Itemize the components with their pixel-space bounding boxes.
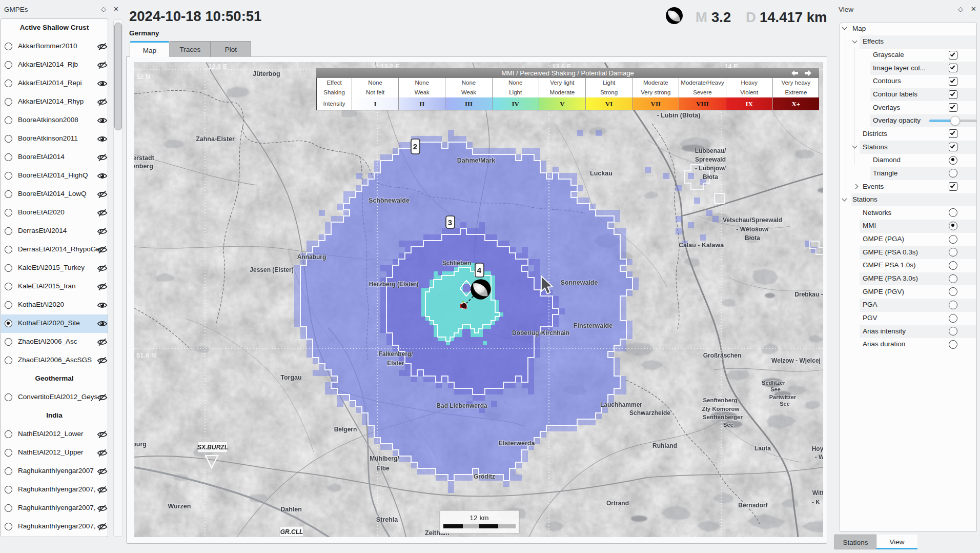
svg-text:Annaburg: Annaburg <box>297 253 326 261</box>
svg-text:burg: burg <box>134 441 147 448</box>
svg-text:Sedlitzer: Sedlitzer <box>762 380 786 386</box>
svg-text:Falkenberg/: Falkenberg/ <box>378 350 413 358</box>
svg-text:GR.CLL: GR.CLL <box>280 528 303 536</box>
svg-text:Elbe: Elbe <box>376 465 390 472</box>
svg-text:enberg: enberg <box>134 163 153 170</box>
svg-text:Schönewalde: Schönewalde <box>369 197 410 204</box>
svg-text:Elsterwerda: Elsterwerda <box>499 440 536 447</box>
svg-text:- K: - K <box>812 499 820 506</box>
svg-text:Zahna-Elster: Zahna-Elster <box>196 135 235 143</box>
svg-text:12.8 E: 12.8 E <box>208 63 228 70</box>
svg-text:Bad Liebenwerda: Bad Liebenwerda <box>436 402 487 409</box>
svg-text:Błota: Błota <box>745 234 760 242</box>
svg-text:Partwitzer: Partwitzer <box>769 394 797 400</box>
svg-text:Bernsdorf: Bernsdorf <box>738 502 768 509</box>
svg-text:erstadt: erstadt <box>134 154 155 162</box>
svg-text:Jessen (Elster): Jessen (Elster) <box>250 266 293 273</box>
svg-text:Herzberg (Elster): Herzberg (Elster) <box>369 281 419 288</box>
svg-text:52 N: 52 N <box>136 73 150 81</box>
svg-text:Ortrand: Ortrand <box>606 500 629 507</box>
svg-text:Gröditz: Gröditz <box>474 473 495 480</box>
svg-text:Finsterwalde: Finsterwalde <box>574 322 612 329</box>
svg-text:Senftenberg: Senftenberg <box>703 397 737 403</box>
svg-text:Spreewald: Spreewald <box>695 156 726 163</box>
svg-text:51.6 N: 51.6 N <box>136 351 156 359</box>
svg-text:Witt: Witt <box>812 489 823 497</box>
svg-text:Elster: Elster <box>387 360 404 367</box>
svg-text:- Lubin (Błota): - Lubin (Błota) <box>657 112 701 119</box>
svg-text:3: 3 <box>448 218 452 227</box>
svg-text:Ruhland: Ruhland <box>652 442 677 449</box>
svg-text:Schwarzheide: Schwarzheide <box>629 409 670 417</box>
svg-text:SX.BURZL: SX.BURZL <box>197 444 228 451</box>
svg-text:See: See <box>723 422 733 428</box>
svg-text:Belgern: Belgern <box>334 426 357 433</box>
svg-text:Welzow - Wjelcej: Welzow - Wjelcej <box>771 357 821 364</box>
svg-text:Dahme/Mark: Dahme/Mark <box>457 157 495 164</box>
svg-text:12 km: 12 km <box>470 514 489 522</box>
svg-text:- Wětošow/: - Wětošow/ <box>736 226 769 233</box>
svg-text:Lauta: Lauta <box>754 445 771 452</box>
svg-text:Jüterbog: Jüterbog <box>253 70 280 77</box>
svg-text:Drebkau -: Drebkau - <box>794 291 823 298</box>
svg-text:Lauchhammer: Lauchhammer <box>600 401 642 408</box>
svg-text:Schlieben: Schlieben <box>442 260 472 267</box>
svg-text:- Lubnjow/: - Lubnjow/ <box>695 165 726 172</box>
svg-text:Hoy-: Hoy- <box>812 445 823 452</box>
svg-text:Błota: Błota <box>703 173 718 181</box>
svg-text:Vetschau/Spreewald: Vetschau/Spreewald <box>723 216 782 224</box>
svg-text:Torgau: Torgau <box>280 374 301 381</box>
svg-text:See: See <box>770 386 781 392</box>
svg-text:Wurzen: Wurzen <box>168 503 191 510</box>
svg-text:Großräschen: Großräschen <box>703 352 742 359</box>
svg-text:Strehla: Strehla <box>376 516 398 523</box>
svg-text:Mühlberg/: Mühlberg/ <box>370 455 399 462</box>
svg-text:See: See <box>780 401 790 407</box>
svg-text:Sonnewalde: Sonnewalde <box>561 279 598 286</box>
svg-text:Lübbenau/: Lübbenau/ <box>695 147 726 154</box>
svg-text:4: 4 <box>477 266 482 274</box>
svg-text:Calau - Kalawa: Calau - Kalawa <box>679 242 724 249</box>
svg-text:2: 2 <box>413 142 417 151</box>
svg-text:Luckau: Luckau <box>590 170 612 177</box>
svg-text:Doberlug-Kirchhain: Doberlug-Kirchhain <box>512 329 569 337</box>
svg-text:Zły Komorow: Zły Komorow <box>702 406 740 412</box>
svg-text:- W: - W <box>815 453 823 461</box>
svg-text:Dahlen: Dahlen <box>280 506 302 513</box>
svg-text:Senftenberger: Senftenberger <box>703 414 743 420</box>
